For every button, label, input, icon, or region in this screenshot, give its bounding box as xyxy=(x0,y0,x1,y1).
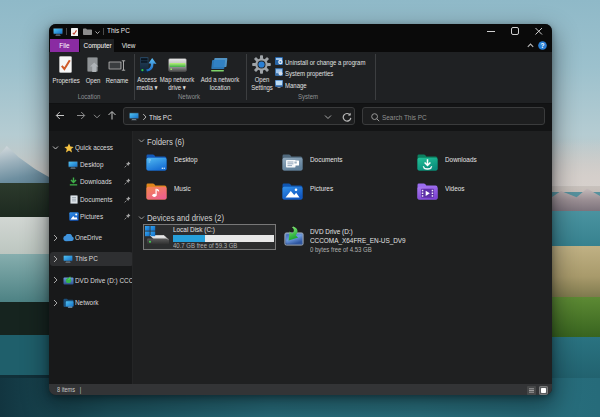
svg-text:?: ? xyxy=(541,41,545,48)
